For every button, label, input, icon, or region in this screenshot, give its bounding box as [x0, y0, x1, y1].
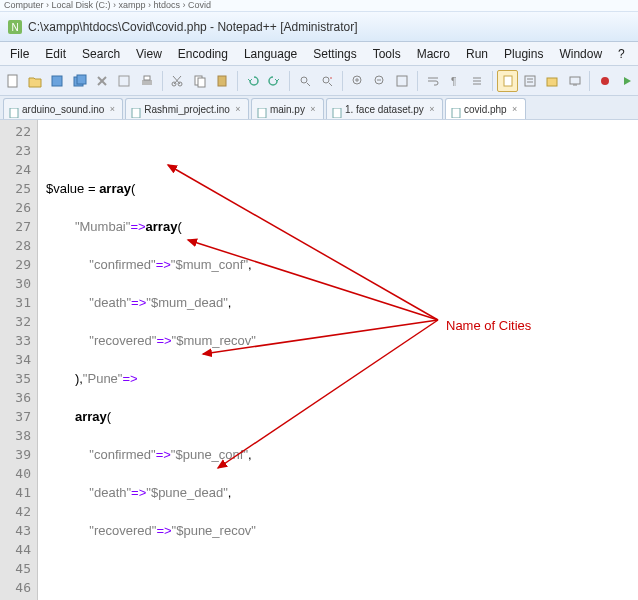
paste-icon[interactable]: [211, 70, 232, 92]
folder-view-icon[interactable]: [542, 70, 563, 92]
close-icon[interactable]: [91, 70, 112, 92]
tab-close-icon[interactable]: ×: [107, 104, 117, 114]
show-all-chars-icon[interactable]: ¶: [444, 70, 465, 92]
code-line: [46, 559, 638, 578]
svg-rect-5: [77, 75, 86, 84]
doc-map-icon[interactable]: [497, 70, 518, 92]
find-icon[interactable]: [294, 70, 315, 92]
code-line: "death"=>"$mum_dead",: [46, 293, 638, 312]
svg-rect-10: [144, 76, 150, 80]
menu-window[interactable]: Window: [551, 44, 610, 64]
save-icon[interactable]: [47, 70, 68, 92]
svg-rect-37: [547, 78, 557, 86]
svg-rect-16: [198, 78, 205, 87]
open-file-icon[interactable]: [24, 70, 45, 92]
menu-plugins[interactable]: Plugins: [496, 44, 551, 64]
svg-line-21: [329, 83, 332, 86]
tab-covid-php[interactable]: covid.php×: [445, 98, 526, 119]
line-number: 30: [0, 274, 31, 293]
line-number: 34: [0, 350, 31, 369]
print-icon[interactable]: [136, 70, 157, 92]
line-number: 42: [0, 502, 31, 521]
menu-edit[interactable]: Edit: [37, 44, 74, 64]
code-line: "recovered"=>"$mum_recov": [46, 331, 638, 350]
tab-arduino-sound[interactable]: arduino_sound.ino×: [3, 98, 123, 119]
cut-icon[interactable]: [166, 70, 187, 92]
replace-icon[interactable]: [317, 70, 338, 92]
toolbar-separator: [162, 71, 163, 91]
code-line: "Mumbai"=>array(: [46, 217, 638, 236]
svg-rect-33: [504, 76, 512, 86]
toolbar-separator: [237, 71, 238, 91]
tab-close-icon[interactable]: ×: [308, 104, 318, 114]
tab-bar: arduino_sound.ino× Rashmi_project.ino× m…: [0, 96, 638, 120]
line-number: 41: [0, 483, 31, 502]
toolbar-separator: [492, 71, 493, 91]
file-icon: [332, 104, 342, 114]
menu-search[interactable]: Search: [74, 44, 128, 64]
tab-main-py[interactable]: main.py×: [251, 98, 324, 119]
indent-guide-icon[interactable]: [467, 70, 488, 92]
svg-line-19: [307, 83, 310, 86]
toolbar: ¶: [0, 66, 638, 96]
tab-face-dataset[interactable]: 1. face dataset.py×: [326, 98, 443, 119]
tab-close-icon[interactable]: ×: [427, 104, 437, 114]
menu-language[interactable]: Language: [236, 44, 305, 64]
save-all-icon[interactable]: [69, 70, 90, 92]
svg-rect-41: [10, 108, 18, 118]
svg-rect-2: [8, 75, 17, 87]
svg-point-18: [301, 77, 307, 83]
svg-rect-8: [119, 76, 129, 86]
menu-run[interactable]: Run: [458, 44, 496, 64]
line-number: 45: [0, 559, 31, 578]
code-line: $value = array(: [46, 179, 638, 198]
redo-icon[interactable]: [264, 70, 285, 92]
menu-macro[interactable]: Macro: [409, 44, 458, 64]
menu-view[interactable]: View: [128, 44, 170, 64]
play-macro-icon[interactable]: [617, 70, 638, 92]
line-number: 29: [0, 255, 31, 274]
code-line: "confirmed"=>"$pune_conf",: [46, 445, 638, 464]
code-line: "confirmed"=>"$mum_conf",: [46, 255, 638, 274]
line-number: 35: [0, 369, 31, 388]
tab-rashmi-project[interactable]: Rashmi_project.ino×: [125, 98, 249, 119]
tab-close-icon[interactable]: ×: [233, 104, 243, 114]
menu-help[interactable]: ?: [610, 44, 633, 64]
menubar: File Edit Search View Encoding Language …: [0, 42, 638, 66]
code-line: ),"Pune"=>: [46, 369, 638, 388]
toolbar-separator: [289, 71, 290, 91]
toolbar-separator: [589, 71, 590, 91]
code-editor[interactable]: $value = array( "Mumbai"=>array( "confir…: [38, 120, 638, 600]
svg-rect-45: [452, 108, 460, 118]
line-number: 46: [0, 578, 31, 597]
copy-icon[interactable]: [189, 70, 210, 92]
record-macro-icon[interactable]: [594, 70, 615, 92]
sync-v-icon[interactable]: [392, 70, 413, 92]
zoom-out-icon[interactable]: [369, 70, 390, 92]
menu-tools[interactable]: Tools: [365, 44, 409, 64]
wordwrap-icon[interactable]: [422, 70, 443, 92]
new-file-icon[interactable]: [2, 70, 23, 92]
zoom-in-icon[interactable]: [347, 70, 368, 92]
code-line: array(: [46, 407, 638, 426]
monitor-icon[interactable]: [564, 70, 585, 92]
undo-icon[interactable]: [242, 70, 263, 92]
line-number: 39: [0, 445, 31, 464]
line-number: 43: [0, 521, 31, 540]
function-list-icon[interactable]: [519, 70, 540, 92]
tab-close-icon[interactable]: ×: [510, 104, 520, 114]
line-number: 40: [0, 464, 31, 483]
menu-file[interactable]: File: [2, 44, 37, 64]
line-number: 22: [0, 122, 31, 141]
window-title: C:\xampp\htdocs\Covid\covid.php - Notepa…: [28, 20, 358, 34]
line-number: 23: [0, 141, 31, 160]
line-number: 26: [0, 198, 31, 217]
menu-settings[interactable]: Settings: [305, 44, 364, 64]
line-number: 37: [0, 407, 31, 426]
menu-encoding[interactable]: Encoding: [170, 44, 236, 64]
line-number: 36: [0, 388, 31, 407]
line-number: 27: [0, 217, 31, 236]
line-number: 44: [0, 540, 31, 559]
svg-line-14: [173, 76, 180, 84]
close-all-icon[interactable]: [114, 70, 135, 92]
